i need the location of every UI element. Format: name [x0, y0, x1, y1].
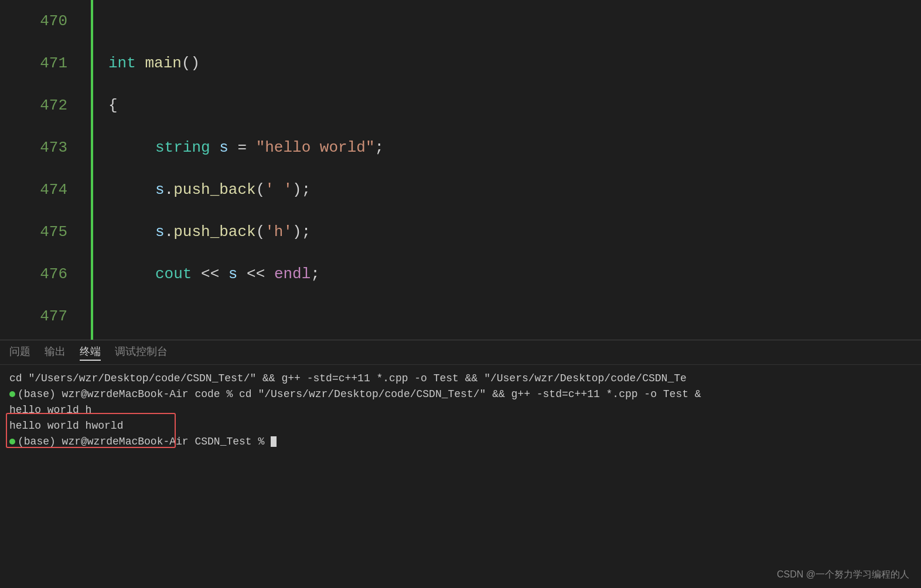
terminal-panel: 问题 输出 终端 调试控制台 cd "/Users/wzr/Desktop/co… — [0, 340, 921, 588]
line-numbers: 470 471 472 473 474 475 476 477 478 479 … — [0, 0, 91, 340]
code-line-471: int main() — [108, 42, 921, 84]
terminal-cursor — [271, 436, 277, 447]
code-line-472: { — [108, 84, 921, 127]
green-indent-bar — [91, 0, 93, 340]
tab-output[interactable]: 输出 — [45, 344, 66, 361]
tab-debug-console[interactable]: 调试控制台 — [115, 344, 168, 361]
code-content: int main() { string s = "hello world"; s… — [91, 0, 921, 340]
code-line-470 — [108, 0, 921, 42]
terminal-dot-2 — [9, 439, 15, 445]
terminal-content: cd "/Users/wzr/Desktop/code/CSDN_Test/" … — [0, 365, 921, 456]
editor-area: 470 471 472 473 474 475 476 477 478 479 … — [0, 0, 921, 340]
terminal-line-5: (base) wzr@wzrdeMacBook-Air CSDN_Test % — [9, 434, 912, 450]
code-line-477 — [108, 295, 921, 337]
terminal-line-2: (base) wzr@wzrdeMacBook-Air code % cd "/… — [9, 387, 912, 402]
terminal-tabs: 问题 输出 终端 调试控制台 — [0, 340, 921, 365]
terminal-dot — [9, 391, 15, 397]
terminal-line-3: hello world h — [9, 402, 912, 418]
terminal-line-1: cd "/Users/wzr/Desktop/code/CSDN_Test/" … — [9, 371, 912, 387]
tab-terminal[interactable]: 终端 — [80, 344, 101, 361]
code-line-473: string s = "hello world"; — [108, 127, 921, 169]
code-line-476: cout << s << endl; — [108, 253, 921, 295]
tab-problems[interactable]: 问题 — [9, 344, 30, 361]
terminal-line-4: hello world hworld — [9, 418, 912, 434]
code-line-474: s.push_back(' '); — [108, 169, 921, 211]
code-line-475: s.push_back('h'); — [108, 211, 921, 253]
watermark: CSDN @一个努力学习编程的人 — [777, 569, 909, 581]
